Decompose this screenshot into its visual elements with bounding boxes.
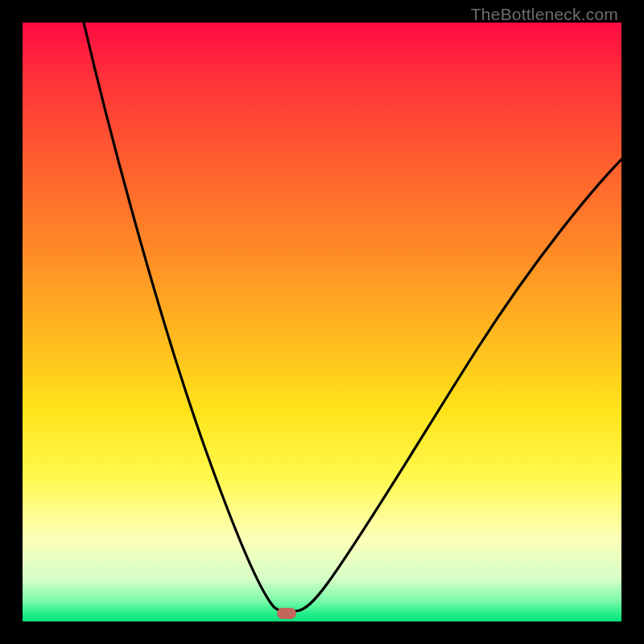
curve-path — [84, 23, 621, 611]
watermark-text: TheBottleneck.com — [471, 5, 618, 24]
bottleneck-curve — [23, 23, 621, 621]
optimum-marker — [277, 608, 296, 619]
chart-frame: TheBottleneck.com — [0, 0, 644, 644]
plot-area — [23, 23, 621, 621]
